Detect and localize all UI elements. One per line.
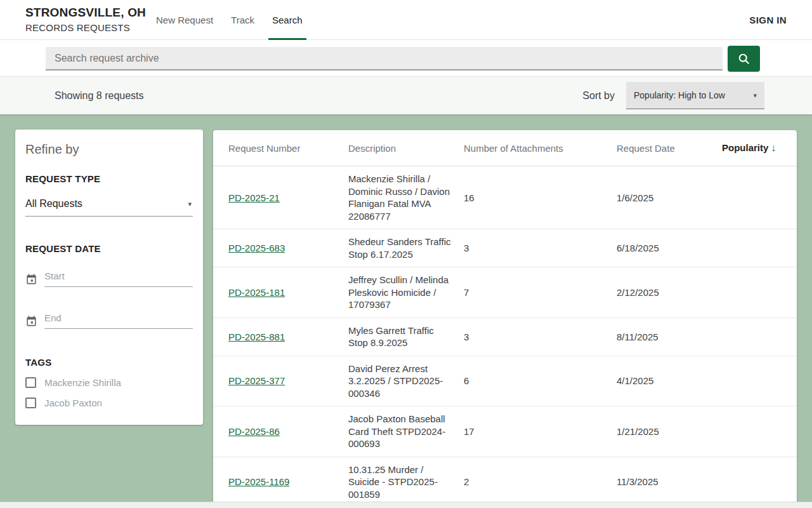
site-title: STRONGSVILLE, OH <box>25 6 146 20</box>
chevron-down-icon: ▾ <box>188 200 192 208</box>
request-link[interactable]: PD-2025-683 <box>228 243 285 253</box>
request-date: 11/3/2025 <box>617 476 722 487</box>
request-description: Jeffrey Scullin / Melinda Pleskovic Homi… <box>348 274 464 311</box>
request-date: 8/11/2025 <box>617 331 722 342</box>
table-row: PD-2025-377 David Perez Arrest 3.2.2025 … <box>213 356 797 407</box>
request-link[interactable]: PD-2025-1169 <box>228 476 289 487</box>
calendar-icon[interactable] <box>25 315 37 327</box>
table-row: PD-2025-181 Jeffrey Scullin / Melinda Pl… <box>213 267 797 318</box>
request-type-value: All Requests <box>25 198 82 210</box>
tags-label: TAGS <box>25 357 193 368</box>
attachment-count: 2 <box>464 476 617 487</box>
sign-in-button[interactable]: SIGN IN <box>749 0 787 40</box>
chevron-down-icon: ▾ <box>753 91 757 100</box>
attachment-count: 16 <box>464 192 617 203</box>
results-table: Request Number Description Number of Att… <box>213 130 797 508</box>
sort-select-value: Popularity: High to Low <box>634 90 742 101</box>
request-link[interactable]: PD-2025-881 <box>228 331 285 342</box>
attachment-count: 3 <box>464 243 617 253</box>
end-date-input[interactable] <box>44 312 193 323</box>
table-row: PD-2025-1169 10.31.25 Murder / Suicide -… <box>213 457 797 508</box>
request-date: 1/6/2025 <box>617 192 722 203</box>
sort-area: Sort by Popularity: High to Low ▾ <box>582 77 764 114</box>
attachment-count: 17 <box>464 426 617 437</box>
tag-label: Mackenzie Shirilla <box>44 377 121 388</box>
request-type-label: REQUEST TYPE <box>25 173 193 184</box>
sort-descending-icon: ↓ <box>771 142 776 153</box>
start-date-input[interactable] <box>44 271 193 281</box>
request-link[interactable]: PD-2025-21 <box>228 192 280 203</box>
request-description: Shedeur Sanders Traffic Stop 6.17.2025 <box>348 236 464 260</box>
request-description: Mackenzie Shirilla / Dominic Russo / Dav… <box>348 173 464 222</box>
request-date: 1/21/2025 <box>617 426 722 437</box>
request-description: David Perez Arrest 3.2.2025 / STPD2025-0… <box>348 363 464 400</box>
request-link[interactable]: PD-2025-377 <box>228 375 285 386</box>
col-attachments: Number of Attachments <box>464 143 617 154</box>
request-date-label: REQUEST DATE <box>25 243 193 254</box>
refine-panel: Refine by REQUEST TYPE All Requests ▾ RE… <box>15 130 203 425</box>
search-band <box>0 40 812 77</box>
site-brand: STRONGSVILLE, OH RECORDS REQUESTS <box>25 6 146 33</box>
table-row: PD-2025-86 Jacob Paxton Baseball Card Th… <box>213 406 797 457</box>
attachment-count: 7 <box>464 287 617 298</box>
app-header: STRONGSVILLE, OH RECORDS REQUESTS New Re… <box>0 0 812 40</box>
refine-title: Refine by <box>25 142 193 157</box>
table-header-row: Request Number Description Number of Att… <box>213 130 797 166</box>
sort-by-label: Sort by <box>582 90 615 102</box>
nav-track[interactable]: Track <box>222 0 263 40</box>
request-description: 10.31.25 Murder / Suicide - STPD2025-001… <box>348 464 464 501</box>
request-type-select[interactable]: All Requests ▾ <box>25 198 193 217</box>
main-content: Refine by REQUEST TYPE All Requests ▾ RE… <box>0 114 812 502</box>
table-row: PD-2025-881 Myles Garrett Traffic Stop 8… <box>213 318 797 356</box>
nav-search[interactable]: Search <box>263 0 311 40</box>
top-nav: New Request Track Search <box>147 0 311 40</box>
col-request-number: Request Number <box>213 143 348 154</box>
attachment-count: 6 <box>464 375 617 386</box>
tag-label: Jacob Paxton <box>44 398 102 408</box>
request-description: Myles Garrett Traffic Stop 8.9.2025 <box>348 324 464 349</box>
request-date: 6/18/2025 <box>617 243 722 253</box>
table-row: PD-2025-683 Shedeur Sanders Traffic Stop… <box>213 229 797 267</box>
tag-filter-jacob-paxton[interactable]: Jacob Paxton <box>25 398 193 408</box>
search-input[interactable] <box>46 47 723 70</box>
checkbox-icon[interactable] <box>25 398 36 408</box>
results-count: Showing 8 requests <box>55 77 144 114</box>
table-row: PD-2025-21 Mackenzie Shirilla / Dominic … <box>213 166 797 229</box>
col-request-date: Request Date <box>617 143 722 154</box>
col-popularity-sort[interactable]: Popularity↓ <box>722 142 797 154</box>
checkbox-icon[interactable] <box>25 377 36 388</box>
attachment-count: 3 <box>464 331 617 342</box>
page-footer <box>0 502 812 508</box>
site-subtitle: RECORDS REQUESTS <box>25 22 146 33</box>
tag-filter-mackenzie-shirilla[interactable]: Mackenzie Shirilla <box>25 377 193 388</box>
nav-new-request[interactable]: New Request <box>147 0 222 40</box>
col-description: Description <box>348 143 464 154</box>
request-date: 4/1/2025 <box>617 375 722 386</box>
search-button[interactable] <box>728 46 760 72</box>
request-date: 2/12/2025 <box>617 287 722 298</box>
search-icon <box>737 52 750 65</box>
request-link[interactable]: PD-2025-86 <box>228 426 280 437</box>
calendar-icon[interactable] <box>25 273 37 285</box>
sort-select[interactable]: Popularity: High to Low ▾ <box>626 82 764 109</box>
request-description: Jacob Paxton Baseball Card Theft STPD202… <box>348 413 464 450</box>
results-bar: Showing 8 requests Sort by Popularity: H… <box>0 77 812 114</box>
request-link[interactable]: PD-2025-181 <box>228 287 285 298</box>
